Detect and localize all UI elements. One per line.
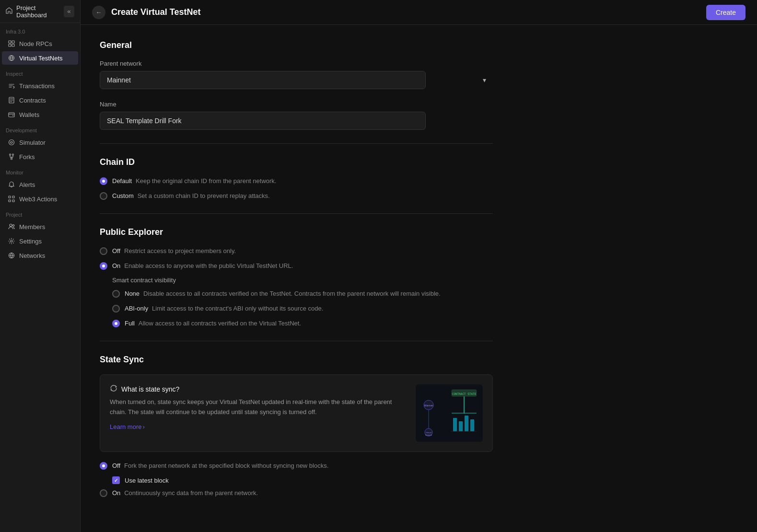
collapse-icon: « [67, 8, 70, 15]
state-sync-off-text: Off Fork the parent network at the speci… [112, 462, 328, 469]
svg-point-10 [10, 154, 11, 155]
virtual-testnets-label: Virtual TestNets [19, 55, 63, 62]
top-bar-left: ← Create Virtual TestNet [92, 6, 200, 19]
chain-id-default-option: Default Keep the original chain ID from … [100, 177, 493, 185]
sidebar-item-networks[interactable]: Networks [2, 249, 78, 262]
svg-point-12 [11, 158, 12, 160]
chain-id-default-desc: Keep the original chain ID from the pare… [136, 177, 276, 185]
learn-more-text: Learn more [110, 423, 141, 430]
top-bar: ← Create Virtual TestNet Create [81, 0, 757, 25]
development-section-label: Development [0, 122, 80, 135]
public-explorer-on-radio[interactable] [100, 262, 107, 270]
contracts-label: Contracts [19, 97, 46, 104]
back-button[interactable]: ← [92, 6, 105, 19]
network-icon [8, 54, 15, 62]
public-explorer-off-label: Off [112, 247, 120, 254]
chain-id-custom-option: Custom Set a custom chain ID to prevent … [100, 192, 493, 200]
info-box-title-text: What is state sync? [121, 385, 179, 393]
chevron-right-icon: › [142, 423, 144, 430]
sidebar-item-wallets[interactable]: Wallets [2, 108, 78, 121]
form-content: General Parent network Mainnet Goerli Se… [81, 25, 512, 519]
sidebar-item-transactions[interactable]: Transactions [2, 79, 78, 93]
svg-text:CONTRACT STATE: CONTRACT STATE [452, 392, 477, 395]
sidebar-item-node-rpcs[interactable]: Node RPCs [2, 37, 78, 50]
sidebar-item-forks[interactable]: Forks [2, 150, 78, 163]
use-latest-block-checkbox[interactable]: ✓ [112, 476, 120, 484]
info-box-desc: When turned on, state sync keeps your Vi… [110, 397, 406, 417]
sidebar-item-web3-actions[interactable]: Web3 Actions [2, 192, 78, 206]
collapse-button[interactable]: « [64, 6, 74, 17]
forks-label: Forks [19, 153, 35, 161]
public-explorer-off-option: Off Restrict access to project members o… [100, 247, 493, 255]
bell-icon [8, 181, 15, 188]
state-sync-diagram: CONTRACT STATE Mainnet Virtual Network [416, 384, 483, 442]
smart-contract-abi-text: ABI-only Limit access to the contract's … [125, 304, 323, 312]
svg-rect-15 [12, 196, 14, 198]
state-sync-on-radio[interactable] [100, 489, 107, 497]
smart-contract-abi-radio[interactable] [112, 305, 120, 312]
project-section-label: Project [0, 206, 80, 220]
smart-contract-abi-label: ABI-only [125, 305, 148, 312]
learn-more-link[interactable]: Learn more › [110, 423, 406, 430]
chain-id-section-title: Chain ID [100, 157, 493, 167]
svg-point-7 [12, 115, 13, 116]
smart-contract-visibility-section: Smart contract visibility None Disable a… [112, 277, 493, 327]
members-label: Members [19, 223, 45, 231]
chain-id-default-radio[interactable] [100, 177, 107, 185]
chevron-down-icon: ▾ [483, 76, 486, 84]
svg-rect-2 [9, 44, 11, 46]
create-button[interactable]: Create [706, 5, 745, 20]
smart-contract-none-label: None [125, 290, 140, 297]
simulator-icon [8, 139, 15, 146]
state-sync-off-option: Off Fork the parent network at the speci… [100, 462, 493, 470]
parent-network-label: Parent network [100, 60, 493, 67]
smart-contract-full-desc: Allow access to all contracts verified o… [139, 320, 301, 327]
home-icon [6, 7, 12, 15]
sidebar-item-settings[interactable]: Settings [2, 234, 78, 248]
sidebar-item-alerts[interactable]: Alerts [2, 178, 78, 191]
svg-rect-3 [12, 44, 14, 46]
info-box-title-row: What is state sync? [110, 384, 406, 393]
smart-contract-none-radio[interactable] [112, 290, 120, 298]
svg-rect-35 [465, 416, 468, 431]
sidebar-item-contracts[interactable]: Contracts [2, 93, 78, 107]
state-sync-off-desc: Fork the parent network at the specified… [124, 462, 328, 469]
public-explorer-off-desc: Restrict access to project members only. [124, 247, 236, 254]
chain-id-custom-radio[interactable] [100, 192, 107, 200]
smart-contract-abi-option: ABI-only Limit access to the contract's … [112, 304, 493, 312]
wallets-label: Wallets [19, 111, 39, 118]
smart-contract-full-label: Full [125, 320, 135, 327]
svg-rect-0 [9, 41, 11, 43]
parent-network-select[interactable]: Mainnet Goerli Sepolia Polygon [100, 71, 426, 89]
state-sync-off-radio[interactable] [100, 462, 107, 470]
svg-rect-6 [9, 113, 14, 117]
state-sync-on-desc: Continuously sync data from the parent n… [124, 489, 258, 497]
info-box-text: What is state sync? When turned on, stat… [110, 384, 406, 442]
main-content: ← Create Virtual TestNet Create General … [81, 0, 757, 532]
svg-text:Network: Network [425, 434, 432, 436]
smart-contract-full-radio[interactable] [112, 320, 120, 327]
back-icon: ← [95, 9, 102, 16]
transactions-icon [8, 82, 15, 90]
chain-id-custom-text: Custom Set a custom chain ID to prevent … [112, 192, 270, 199]
svg-point-19 [12, 225, 14, 227]
smart-contract-visibility-label: Smart contract visibility [112, 277, 493, 284]
public-explorer-on-option: On Enable access to anyone with the publ… [100, 262, 493, 270]
name-input[interactable] [100, 112, 426, 130]
sidebar-item-virtual-testnets[interactable]: Virtual TestNets [2, 51, 78, 65]
smart-contract-none-desc: Disable access to all contracts verified… [143, 290, 441, 297]
public-explorer-off-radio[interactable] [100, 247, 107, 255]
app-title: Project Dashboard [6, 4, 64, 19]
public-explorer-on-label: On [112, 262, 120, 269]
svg-rect-16 [9, 200, 11, 202]
parent-network-select-wrapper: Mainnet Goerli Sepolia Polygon ▾ [100, 71, 493, 89]
public-explorer-on-desc: Enable access to anyone with the public … [124, 262, 293, 269]
sidebar-item-members[interactable]: Members [2, 220, 78, 233]
sidebar-header: Project Dashboard « [0, 0, 80, 23]
chain-id-custom-label: Custom [112, 192, 134, 199]
sidebar-item-simulator[interactable]: Simulator [2, 136, 78, 149]
page-title: Create Virtual TestNet [111, 7, 200, 17]
chain-id-custom-desc: Set a custom chain ID to prevent replay … [138, 192, 270, 199]
networks-label: Networks [19, 252, 45, 259]
use-latest-block-label: Use latest block [125, 477, 169, 484]
